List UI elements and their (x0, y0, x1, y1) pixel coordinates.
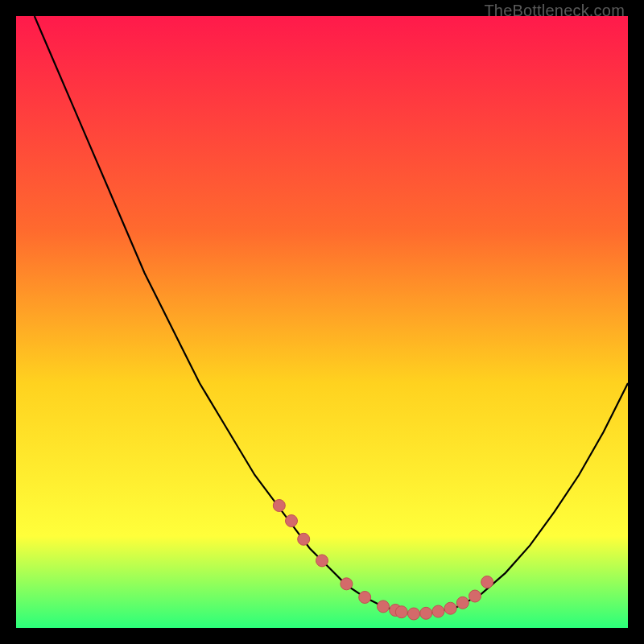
marker-point (420, 607, 432, 619)
marker-point (341, 578, 353, 590)
marker-point (359, 592, 371, 604)
marker-point (432, 605, 444, 617)
marker-point (378, 601, 390, 613)
chart-frame (16, 16, 628, 628)
marker-point (408, 608, 420, 620)
marker-point (273, 500, 285, 512)
marker-point (286, 515, 298, 527)
marker-point (444, 602, 456, 614)
marker-point (481, 576, 493, 588)
marker-point (469, 590, 481, 602)
marker-point (298, 533, 310, 545)
marker-point (456, 597, 469, 609)
bottleneck-chart (16, 16, 628, 628)
marker-point (395, 606, 407, 618)
marker-point (316, 555, 328, 567)
